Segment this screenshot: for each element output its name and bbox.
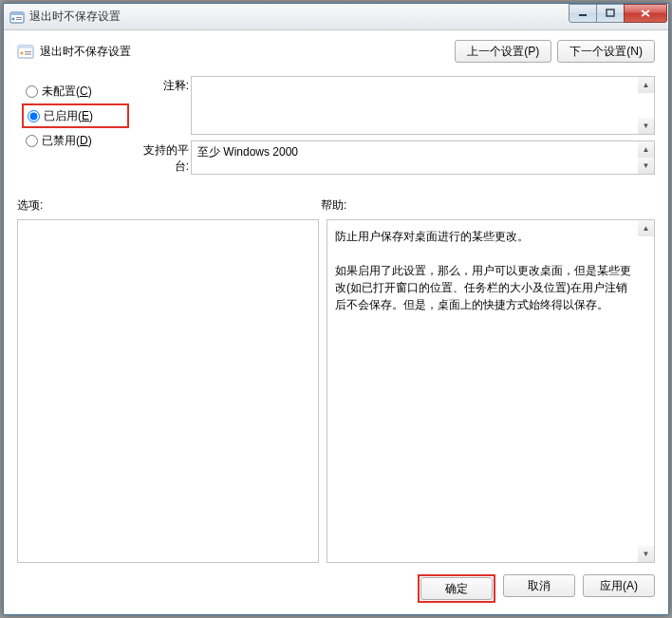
radio-enabled-label: 已启用(E) xyxy=(44,108,93,124)
fields-column: 注释: ▲ ▼ 支持的平台: 至少 Windows 2000 ▲ ▼ xyxy=(129,74,655,178)
svg-point-2 xyxy=(12,17,15,20)
svg-rect-12 xyxy=(25,51,31,52)
dialog-window: 退出时不保存设置 退出时 xyxy=(3,3,669,615)
policy-title: 退出时不保存设置 xyxy=(40,44,449,60)
config-row: 未配置(C) 已启用(E) 已禁用(D) xyxy=(17,74,655,178)
help-paragraph-1: 防止用户保存对桌面进行的某些更改。 xyxy=(335,228,635,245)
options-label: 选项: xyxy=(17,197,321,214)
scroll-down-icon[interactable]: ▼ xyxy=(638,546,654,562)
maximize-button[interactable] xyxy=(596,4,625,23)
window-buttons xyxy=(569,4,667,23)
scroll-up-icon[interactable]: ▲ xyxy=(638,77,654,93)
svg-rect-6 xyxy=(607,9,614,16)
help-label: 帮助: xyxy=(321,197,655,214)
minimize-button[interactable] xyxy=(569,4,597,23)
radio-not-configured-input[interactable] xyxy=(26,85,38,98)
minimize-icon xyxy=(578,9,588,18)
close-button[interactable] xyxy=(624,4,667,23)
radio-disabled-input[interactable] xyxy=(26,135,38,147)
titlebar: 退出时不保存设置 xyxy=(4,4,668,30)
header-row: 退出时不保存设置 上一个设置(P) 下一个设置(N) xyxy=(17,40,655,63)
close-icon xyxy=(640,9,651,18)
apply-button[interactable]: 应用(A) xyxy=(583,574,655,597)
ok-highlight: 确定 xyxy=(418,574,495,603)
scroll-down-icon[interactable]: ▼ xyxy=(638,158,654,174)
svg-rect-3 xyxy=(16,17,22,18)
comment-textarea[interactable]: ▲ ▼ xyxy=(191,76,655,135)
policy-app-icon xyxy=(9,9,25,25)
svg-rect-10 xyxy=(18,46,33,48)
maximize-icon xyxy=(606,9,615,18)
pane-labels: 选项: 帮助: xyxy=(17,197,655,214)
svg-rect-4 xyxy=(16,19,22,20)
client-area: 退出时不保存设置 上一个设置(P) 下一个设置(N) 未配置(C) 已启用(E) xyxy=(4,30,668,614)
platform-box: 至少 Windows 2000 ▲ ▼ xyxy=(191,140,655,175)
help-pane: 防止用户保存对桌面进行的某些更改。 如果启用了此设置，那么，用户可以更改桌面，但… xyxy=(327,219,655,563)
cancel-button[interactable]: 取消 xyxy=(503,574,575,597)
radio-column: 未配置(C) 已启用(E) 已禁用(D) xyxy=(17,74,129,153)
platform-value: 至少 Windows 2000 xyxy=(197,145,298,159)
next-setting-button[interactable]: 下一个设置(N) xyxy=(557,40,655,63)
scroll-up-icon[interactable]: ▲ xyxy=(638,141,654,158)
radio-enabled-input[interactable] xyxy=(28,110,40,122)
scroll-up-icon[interactable]: ▲ xyxy=(638,220,654,236)
radio-enabled[interactable]: 已启用(E) xyxy=(22,103,129,128)
prev-setting-button[interactable]: 上一个设置(P) xyxy=(455,40,551,63)
radio-not-configured-label: 未配置(C) xyxy=(42,84,92,100)
platform-label: 支持的平台: xyxy=(129,140,191,175)
ok-button[interactable]: 确定 xyxy=(420,577,493,600)
svg-rect-13 xyxy=(25,54,31,55)
options-pane xyxy=(17,219,319,563)
comment-label: 注释: xyxy=(129,76,191,94)
radio-disabled[interactable]: 已禁用(D) xyxy=(22,128,129,153)
dialog-button-row: 确定 取消 应用(A) xyxy=(17,574,655,603)
help-paragraph-2: 如果启用了此设置，那么，用户可以更改桌面，但是某些更改(如已打开窗口的位置、任务… xyxy=(335,262,635,313)
radio-not-configured[interactable]: 未配置(C) xyxy=(22,79,129,103)
policy-icon xyxy=(17,43,34,60)
svg-rect-5 xyxy=(579,14,587,16)
platform-row: 支持的平台: 至少 Windows 2000 ▲ ▼ xyxy=(129,140,655,175)
comment-row: 注释: ▲ ▼ xyxy=(129,76,655,135)
scroll-down-icon[interactable]: ▼ xyxy=(638,118,654,134)
svg-rect-1 xyxy=(10,12,24,15)
panes: 防止用户保存对桌面进行的某些更改。 如果启用了此设置，那么，用户可以更改桌面，但… xyxy=(17,219,655,563)
radio-disabled-label: 已禁用(D) xyxy=(42,133,92,149)
svg-point-11 xyxy=(20,51,23,54)
